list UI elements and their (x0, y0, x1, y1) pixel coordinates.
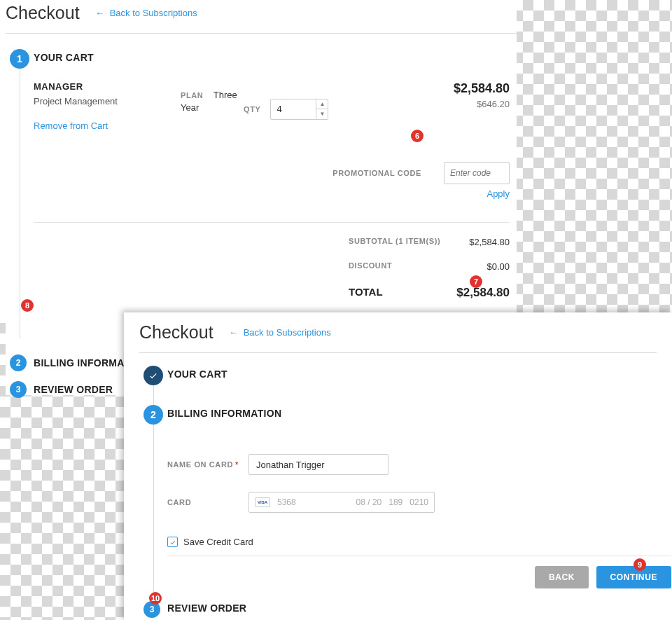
step-connector-line (20, 57, 20, 338)
qty-up-icon[interactable]: ▲ (316, 99, 328, 109)
subtotal-label: SUBTOTAL (1 ITEM(S)) (34, 237, 440, 247)
promo-apply-link[interactable]: Apply (486, 188, 510, 199)
remove-from-cart-link[interactable]: Remove from Cart (34, 120, 181, 131)
plan-label: PLAN (181, 91, 203, 99)
totals-divider (34, 222, 510, 223)
arrow-left-icon: ← (95, 8, 104, 18)
checkout-panel-billing: Checkout ← Back to Subscriptions YOUR CA… (124, 312, 672, 620)
annotation-badge-7: 7 (470, 275, 482, 288)
page-title: Checkout (139, 322, 214, 343)
header-divider (139, 352, 657, 353)
continue-button[interactable]: CONTINUE (596, 566, 671, 588)
arrow-left-icon: ← (229, 327, 238, 338)
name-on-card-input[interactable] (248, 454, 388, 475)
required-asterisk: * (235, 460, 239, 469)
annotation-badge-8: 8 (21, 299, 34, 312)
discount-label: DISCOUNT (34, 261, 392, 272)
annotation-badge-6: 6 (411, 130, 424, 142)
check-icon (169, 539, 176, 546)
billing-divider (167, 556, 671, 556)
step-badge-1: 1 (10, 49, 29, 69)
step-title-billing: BILLING INFORMATION (167, 408, 657, 419)
step-title-cart: YOUR CART (167, 368, 657, 380)
back-link-text: Back to Subscriptions (244, 327, 331, 338)
step-badge-3: 3 (10, 381, 27, 398)
visa-icon: VISA (255, 497, 270, 507)
transparency-bg-right (512, 0, 672, 313)
annotation-badge-9: 9 (634, 558, 646, 571)
total-value: $2,584.80 (456, 286, 510, 300)
subtotal-value: $2,584.80 (469, 237, 510, 247)
card-number-fragment: 5368 (277, 497, 296, 507)
back-to-subscriptions-link[interactable]: ← Back to Subscriptions (95, 8, 197, 18)
save-card-checkbox[interactable] (167, 537, 178, 547)
card-cvc: 189 (388, 497, 402, 507)
header-divider (6, 33, 517, 34)
step-badge-2: 2 (10, 354, 27, 371)
step-title-review: REVIEW ORDER (167, 602, 657, 614)
card-number-input[interactable]: VISA 5368 08 / 20 189 0210 (248, 492, 435, 513)
check-icon (148, 371, 158, 380)
annotation-badge-10: 10 (149, 592, 162, 605)
cart-line-item: MANAGER Project Management Remove from C… (34, 81, 510, 131)
back-to-subscriptions-link[interactable]: ← Back to Subscriptions (229, 327, 331, 338)
step-badge-2: 2 (144, 405, 163, 425)
product-name: MANAGER (34, 81, 181, 92)
qty-label: QTY (244, 105, 260, 113)
save-card-label: Save Credit Card (183, 537, 253, 547)
discount-value: $0.00 (486, 261, 510, 272)
card-zip: 0210 (410, 497, 428, 507)
step-title-cart: YOUR CART (34, 52, 517, 63)
qty-input[interactable] (270, 99, 316, 120)
total-label: TOTAL (34, 286, 383, 300)
promo-code-input[interactable] (444, 162, 510, 184)
back-button[interactable]: BACK (535, 566, 589, 588)
promo-label: PROMOTIONAL CODE (332, 169, 421, 177)
name-on-card-label: NAME ON CARD* (167, 460, 248, 469)
unit-price: $646.20 (356, 99, 510, 109)
qty-down-icon[interactable]: ▼ (316, 109, 328, 119)
product-subtitle: Project Management (34, 96, 181, 106)
step-badge-check (144, 366, 163, 385)
quantity-stepper[interactable]: ▲ ▼ (316, 99, 328, 120)
line-total: $2,584.80 (356, 81, 510, 96)
back-link-text: Back to Subscriptions (110, 8, 197, 18)
page-title: Checkout (6, 3, 80, 23)
card-label: CARD (167, 498, 248, 507)
card-expiry: 08 / 20 (356, 497, 382, 507)
